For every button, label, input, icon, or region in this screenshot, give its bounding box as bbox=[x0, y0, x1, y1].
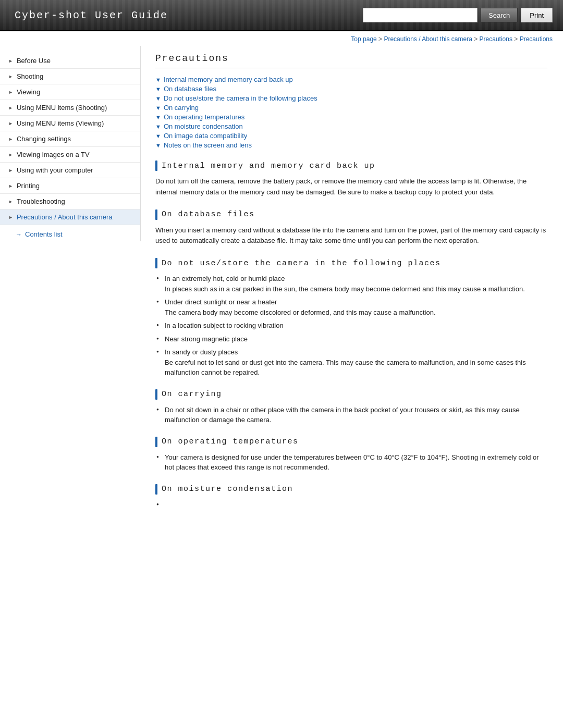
contents-list-link[interactable]: → Contents list bbox=[0, 225, 140, 241]
toc-item: ▼ Notes on the screen and lens bbox=[155, 141, 547, 149]
sidebar-item-menu-shooting[interactable]: ► Using MENU items (Shooting) bbox=[0, 100, 140, 116]
section-header-carrying: On carrying bbox=[155, 389, 547, 400]
toc-arrow-icon: ▼ bbox=[155, 105, 161, 111]
toc-item: ▼ On database files bbox=[155, 85, 547, 93]
toc-link-memory[interactable]: Internal memory and memory card back up bbox=[164, 76, 293, 83]
sidebar-item-menu-viewing[interactable]: ► Using MENU items (Viewing) bbox=[0, 116, 140, 131]
arrow-icon: ► bbox=[8, 199, 13, 204]
toc-arrow-icon: ▼ bbox=[155, 114, 161, 120]
sidebar-item-computer[interactable]: ► Using with your computer bbox=[0, 163, 140, 178]
toc-link-temperatures[interactable]: On operating temperatures bbox=[164, 113, 244, 121]
sidebar-item-changing-settings[interactable]: ► Changing settings bbox=[0, 131, 140, 147]
arrow-icon: ► bbox=[8, 183, 13, 189]
arrow-right-icon: → bbox=[16, 231, 22, 238]
toc-link-carrying[interactable]: On carrying bbox=[164, 104, 199, 112]
sidebar-item-shooting[interactable]: ► Shooting bbox=[0, 69, 140, 84]
site-header: Cyber-shot User Guide Search Print bbox=[0, 0, 563, 31]
section-moisture: On moisture condensation bbox=[155, 484, 547, 495]
section-bar-icon bbox=[155, 484, 157, 495]
section-memory-body: Do not turn off the camera, remove the b… bbox=[155, 176, 547, 198]
sidebar-item-viewing-tv[interactable]: ► Viewing images on a TV bbox=[0, 147, 140, 163]
toc-item: ▼ On carrying bbox=[155, 104, 547, 112]
breadcrumb-precautions-about[interactable]: Precautions / About this camera bbox=[384, 35, 472, 43]
section-header-temperatures: On operating temperatures bbox=[155, 437, 547, 447]
toc-item: ▼ On moisture condensation bbox=[155, 122, 547, 130]
arrow-icon: ► bbox=[8, 58, 13, 64]
toc-link-screen-lens[interactable]: Notes on the screen and lens bbox=[164, 141, 252, 149]
section-carrying-list: Do not sit down in a chair or other plac… bbox=[155, 405, 547, 425]
section-donot: Do not use/store the camera in the follo… bbox=[155, 258, 547, 378]
breadcrumb-precautions[interactable]: Precautions bbox=[480, 35, 512, 43]
section-temperatures: On operating temperatures Your camera is… bbox=[155, 437, 547, 473]
toc-item: ▼ On operating temperatures bbox=[155, 113, 547, 121]
toc-arrow-icon: ▼ bbox=[155, 95, 161, 102]
print-button[interactable]: Print bbox=[521, 8, 553, 22]
toc-arrow-icon: ▼ bbox=[155, 133, 161, 139]
breadcrumb-top[interactable]: Top page bbox=[351, 35, 376, 43]
toc-item: ▼ Do not use/store the camera in the fol… bbox=[155, 94, 547, 102]
section-bar-icon bbox=[155, 161, 157, 171]
list-item: In a location subject to rocking vibrati… bbox=[155, 320, 547, 331]
sidebar-item-precautions[interactable]: ► Precautions / About this camera bbox=[0, 209, 140, 225]
list-item: Near strong magnetic place bbox=[155, 334, 547, 344]
arrow-icon: ► bbox=[8, 74, 13, 79]
toc-link-moisture[interactable]: On moisture condensation bbox=[164, 122, 243, 130]
section-database: On database files When you insert a memo… bbox=[155, 209, 547, 247]
arrow-icon: ► bbox=[8, 168, 13, 173]
section-bar-icon bbox=[155, 389, 157, 400]
arrow-icon: ► bbox=[8, 105, 13, 110]
toc-link-compatibility[interactable]: On image data compatibility bbox=[164, 132, 247, 140]
section-bar-icon bbox=[155, 209, 157, 220]
sidebar-item-printing[interactable]: ► Printing bbox=[0, 178, 140, 194]
section-header-memory: Internal memory and memory card back up bbox=[155, 161, 547, 171]
breadcrumb-precautions-current[interactable]: Precautions bbox=[520, 35, 553, 43]
section-header-moisture: On moisture condensation bbox=[155, 484, 547, 495]
toc-arrow-icon: ▼ bbox=[155, 124, 161, 130]
toc-arrow-icon: ▼ bbox=[155, 86, 161, 92]
arrow-icon: ► bbox=[8, 90, 13, 95]
main-layout: ► Before Use ► Shooting ► Viewing ► Usin… bbox=[0, 46, 563, 515]
section-header-donot: Do not use/store the camera in the follo… bbox=[155, 258, 547, 268]
sidebar-item-troubleshooting[interactable]: ► Troubleshooting bbox=[0, 194, 140, 209]
breadcrumb: Top page > Precautions / About this came… bbox=[0, 31, 563, 46]
toc-link-donot[interactable]: Do not use/store the camera in the follo… bbox=[164, 94, 317, 102]
section-carrying: On carrying Do not sit down in a chair o… bbox=[155, 389, 547, 425]
arrow-icon: ► bbox=[8, 137, 13, 142]
toc-arrow-icon: ▼ bbox=[155, 77, 161, 83]
arrow-icon: ► bbox=[8, 121, 13, 126]
arrow-icon: ► bbox=[8, 152, 13, 157]
search-button[interactable]: Search bbox=[481, 8, 518, 22]
toc-list: ▼ Internal memory and memory card back u… bbox=[155, 76, 547, 149]
main-content: Precautions ▼ Internal memory and memory… bbox=[141, 46, 563, 515]
page-title: Precautions bbox=[155, 53, 547, 68]
site-title: Cyber-shot User Guide bbox=[0, 9, 168, 21]
section-header-database: On database files bbox=[155, 209, 547, 220]
sidebar-item-before-use[interactable]: ► Before Use bbox=[0, 53, 140, 69]
section-bar-icon bbox=[155, 437, 157, 447]
toc-item: ▼ On image data compatibility bbox=[155, 132, 547, 140]
section-database-body: When you insert a memory card without a … bbox=[155, 225, 547, 247]
list-item: In an extremely hot, cold or humid place… bbox=[155, 274, 547, 294]
arrow-icon: ► bbox=[8, 215, 13, 220]
search-input[interactable] bbox=[363, 8, 478, 22]
section-memory-backup: Internal memory and memory card back up … bbox=[155, 161, 547, 198]
toc-arrow-icon: ▼ bbox=[155, 142, 161, 149]
list-item: In sandy or dusty places Be careful not … bbox=[155, 347, 547, 378]
sidebar-item-viewing[interactable]: ► Viewing bbox=[0, 84, 140, 100]
section-temperatures-list: Your camera is designed for use under th… bbox=[155, 452, 547, 473]
sidebar: ► Before Use ► Shooting ► Viewing ► Usin… bbox=[0, 46, 141, 241]
header-controls: Search Print bbox=[363, 8, 563, 22]
list-item: Do not sit down in a chair or other plac… bbox=[155, 405, 547, 425]
list-item: Your camera is designed for use under th… bbox=[155, 452, 547, 473]
section-donot-list: In an extremely hot, cold or humid place… bbox=[155, 274, 547, 378]
list-item: Under direct sunlight or near a heater T… bbox=[155, 297, 547, 317]
section-bar-icon bbox=[155, 258, 157, 268]
toc-link-database[interactable]: On database files bbox=[164, 85, 216, 93]
toc-item: ▼ Internal memory and memory card back u… bbox=[155, 76, 547, 83]
